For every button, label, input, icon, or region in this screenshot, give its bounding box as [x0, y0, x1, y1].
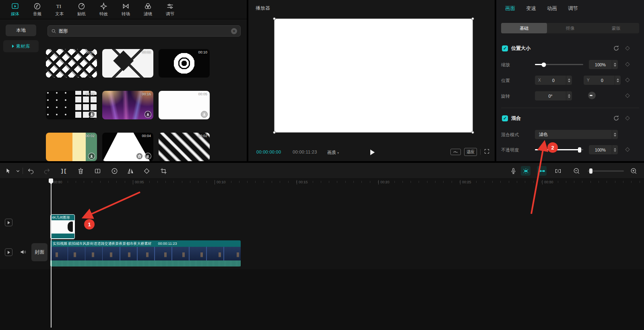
subtab-chroma[interactable]: 抠像	[547, 23, 593, 33]
opacity-value-field[interactable]: 100%	[589, 145, 618, 154]
undo-button[interactable]	[26, 166, 35, 176]
ruler-tick: 00:25	[460, 180, 471, 184]
blend-mode-dropdown[interactable]: 滤色	[535, 130, 618, 139]
canvas-handle[interactable]	[471, 17, 474, 20]
canvas-handle[interactable]	[273, 17, 276, 20]
opacity-slider[interactable]	[535, 149, 583, 150]
subtab-basic[interactable]: 基础	[501, 23, 547, 33]
slider-thumb[interactable]	[578, 147, 581, 152]
toolbar-item-audio[interactable]: 音频	[26, 2, 48, 17]
keyframe-diamond-icon[interactable]	[625, 78, 630, 82]
library-thumbnail[interactable]: 00:02	[46, 133, 97, 161]
crop-button[interactable]	[159, 166, 168, 176]
tab-adjust[interactable]: 调节	[568, 5, 578, 12]
library-thumbnail[interactable]: 00:05	[159, 91, 210, 119]
zoom-out-button[interactable]	[572, 166, 581, 176]
scale-value-field[interactable]: 100%	[589, 60, 618, 69]
timeline-ruler[interactable]: 00:00 00:05 00:10 00:15 00:20 00:25 00:3…	[0, 179, 644, 186]
overlay-clip-4k-geometric[interactable]: 4K几何图形	[50, 214, 75, 239]
library-thumbnail[interactable]: 00:02	[46, 49, 97, 78]
play-button[interactable]	[367, 148, 377, 157]
delete-button[interactable]	[76, 166, 85, 176]
position-size-checkbox[interactable]: ✓	[502, 45, 508, 51]
timeline-zoom-slider[interactable]	[588, 170, 624, 172]
canvas-handle[interactable]	[273, 131, 276, 134]
library-thumbnail[interactable]: 00:10	[159, 49, 210, 78]
reverse-button[interactable]	[109, 166, 119, 176]
toolbar-item-transition[interactable]: 转场	[115, 2, 137, 17]
playhead[interactable]	[49, 178, 53, 183]
local-media-button[interactable]: 本地	[6, 25, 36, 36]
download-icon[interactable]	[201, 111, 208, 118]
fit-button[interactable]: 适应	[464, 148, 477, 156]
toolbar-item-effects[interactable]: 特效	[93, 2, 115, 17]
stepper[interactable]	[612, 130, 618, 139]
keyframe-diamond-icon[interactable]	[625, 147, 630, 152]
preview-axis-toggle[interactable]	[553, 166, 563, 176]
stepper[interactable]	[612, 60, 618, 69]
download-icon[interactable]	[88, 111, 95, 118]
stepper[interactable]	[566, 91, 572, 100]
preview-canvas[interactable]	[274, 18, 473, 133]
library-thumbnail[interactable]: 00:05	[46, 91, 97, 119]
auto-snap-toggle[interactable]	[521, 166, 530, 176]
blend-checkbox[interactable]: ✓	[502, 115, 508, 121]
search-input[interactable]	[59, 29, 229, 33]
zoom-in-button[interactable]	[629, 166, 638, 176]
preview-quality-icon-button[interactable]	[450, 149, 461, 155]
tab-picture[interactable]: 画面	[505, 5, 515, 12]
canvas-handle[interactable]	[471, 131, 474, 134]
library-thumbnail[interactable]: 00:02	[102, 49, 153, 78]
select-tool-button[interactable]	[3, 166, 13, 176]
download-icon[interactable]	[144, 153, 151, 160]
download-icon[interactable]	[88, 153, 95, 160]
select-tool-dropdown[interactable]	[13, 166, 23, 176]
tab-speed[interactable]: 变速	[526, 5, 536, 12]
reset-icon[interactable]	[613, 115, 619, 121]
linkage-toggle[interactable]	[537, 166, 547, 176]
scale-slider[interactable]	[535, 64, 583, 65]
fullscreen-button[interactable]	[484, 148, 490, 156]
toolbar-item-filter[interactable]: 滤镜	[137, 2, 159, 17]
keyframe-diamond-icon[interactable]	[625, 62, 630, 66]
star-icon[interactable]	[136, 153, 143, 160]
toolbar-item-adjust[interactable]: 调节	[159, 2, 181, 17]
rotate-value-field[interactable]: 0°	[535, 91, 572, 100]
slider-thumb[interactable]	[542, 62, 546, 67]
rotate-button[interactable]	[142, 166, 151, 176]
toolbar-item-media[interactable]: 媒体	[4, 2, 26, 17]
download-icon[interactable]	[144, 111, 151, 118]
slider-thumb[interactable]	[589, 168, 592, 174]
toolbar-item-sticker[interactable]: 贴纸	[70, 2, 93, 17]
quality-dropdown[interactable]: 画质 ▾	[327, 150, 339, 156]
freeze-frame-button[interactable]	[93, 166, 102, 176]
track-audio-icon[interactable]	[20, 248, 27, 256]
mirror-button[interactable]	[126, 166, 135, 176]
tab-animation[interactable]: 动画	[547, 5, 557, 12]
library-thumbnail[interactable]: 00:04	[102, 133, 153, 161]
material-library-item[interactable]: 素材库	[3, 40, 39, 52]
redo-button[interactable]	[42, 166, 52, 176]
clear-search-icon[interactable]: ✕	[231, 28, 237, 34]
cover-button[interactable]: 封面	[31, 243, 47, 261]
position-y-field[interactable]: Y 0	[584, 76, 621, 85]
library-thumbnail[interactable]: 00:16	[102, 91, 153, 119]
keyframe-diamond-icon[interactable]	[625, 116, 630, 120]
library-thumbnail[interactable]: 00:02	[159, 133, 210, 161]
rotation-dial[interactable]	[588, 92, 596, 99]
toolbar-item-text[interactable]: TI 文本	[48, 2, 70, 17]
stepper[interactable]	[612, 145, 618, 154]
player-panel: 播放器 00:00:00:00 00:00:11:23 画质 ▾ 适应	[248, 0, 495, 161]
split-button[interactable]: ][	[59, 166, 68, 176]
subtab-mask[interactable]: 蒙版	[593, 23, 639, 33]
main-track-toggle[interactable]	[5, 248, 12, 256]
main-video-clip[interactable]: 实拍视频 航拍城市风景街道道路交通夜景夜景都市夜大桥素材 00:00:11:23	[50, 240, 241, 266]
stepper[interactable]	[566, 76, 572, 85]
keyframe-diamond-icon[interactable]	[625, 46, 630, 50]
reset-icon[interactable]	[613, 45, 619, 51]
overlay-track-toggle[interactable]	[5, 219, 12, 226]
stepper[interactable]	[615, 76, 621, 85]
keyframe-diamond-icon[interactable]	[625, 93, 630, 98]
record-voiceover-button[interactable]	[508, 166, 518, 176]
position-x-field[interactable]: X 0	[535, 76, 572, 85]
